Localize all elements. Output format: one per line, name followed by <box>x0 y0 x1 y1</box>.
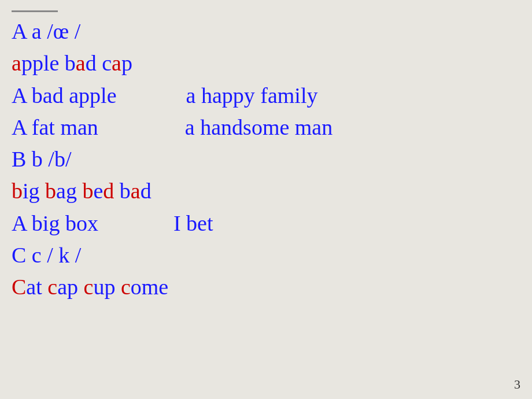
text-C1: C <box>12 275 26 299</box>
text-a-fat-man: A fat man <box>12 115 98 139</box>
text-ag: ag <box>56 179 82 203</box>
text-d3: d <box>141 179 152 203</box>
page-number: 3 <box>514 377 520 392</box>
text-space-b: b <box>114 179 131 203</box>
text-a-bad-apple: A bad apple <box>12 83 117 108</box>
text-i-bet: I bet <box>173 211 213 235</box>
text-a-happy-family: a happy family <box>186 83 318 108</box>
text-ap: ap <box>57 275 83 299</box>
text-p1: p <box>121 51 132 75</box>
text-c2: c <box>47 275 57 299</box>
text-ome: ome <box>131 275 168 299</box>
text-ig: ig <box>23 179 45 203</box>
text-a1: a <box>12 51 21 75</box>
text-a4: a <box>131 179 141 203</box>
line-bad-apple: A bad applea happy family <box>12 81 520 110</box>
line-aa: A a /œ / <box>12 17 520 46</box>
line-big-box: A big boxI bet <box>12 209 520 238</box>
text-b3: b <box>82 179 93 203</box>
text-b1: b <box>12 179 23 203</box>
line-cat: Cat cap cup come <box>12 272 520 302</box>
text-bb: B b /b/ <box>12 147 71 171</box>
text-aa: A a /œ / <box>12 19 80 43</box>
text-c4: c <box>121 275 131 299</box>
text-a2: a <box>76 51 86 75</box>
text-d1: d c <box>86 51 112 75</box>
text-b2: b <box>45 179 56 203</box>
text-a-big-box: A big box <box>12 211 98 235</box>
line-bb: B b /b/ <box>12 145 520 174</box>
line-cc: C c / k / <box>12 241 520 270</box>
line-fat-man: A fat mana handsome man <box>12 113 520 142</box>
text-up: up <box>93 275 121 299</box>
main-content: A a /œ / apple bad cap A bad applea happ… <box>0 0 532 311</box>
text-a3: a <box>112 51 121 75</box>
text-c3: c <box>84 275 94 299</box>
line-big-bag: big bag bed bad <box>12 176 520 206</box>
top-decorative-line <box>12 10 58 12</box>
line-apple: apple bad cap <box>12 49 520 78</box>
text-pple: pple b <box>21 51 76 75</box>
text-at: at <box>26 275 47 299</box>
text-cc: C c / k / <box>12 243 81 267</box>
text-d2: d <box>103 179 114 203</box>
text-a-handsome-man: a handsome man <box>185 115 332 139</box>
text-e1: e <box>93 179 103 203</box>
